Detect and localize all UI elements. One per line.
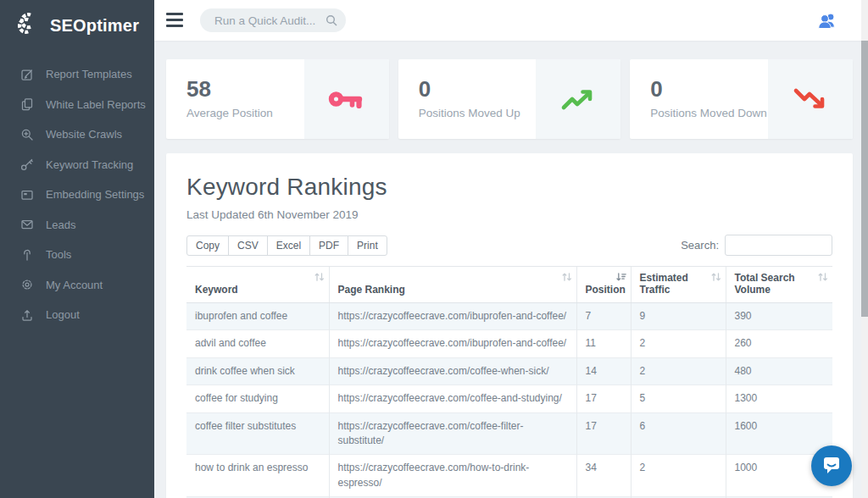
quick-audit-input[interactable] xyxy=(200,8,346,32)
embed-icon xyxy=(20,188,34,202)
sidebar-item-label: Report Templates xyxy=(46,68,132,80)
keyword-rankings-table: Keyword Page Ranking Position Estim xyxy=(186,266,832,498)
copy-button[interactable]: Copy xyxy=(186,235,229,256)
sidebar-item-tools[interactable]: Tools xyxy=(0,240,154,270)
sort-asc-icon xyxy=(615,272,626,285)
estimated-traffic-cell: 5 xyxy=(631,385,726,412)
chat-bubble-icon xyxy=(821,453,843,479)
estimated-traffic-cell: 9 xyxy=(631,303,726,330)
page-scrollbar[interactable] xyxy=(861,0,868,498)
total-search-volume-cell: 390 xyxy=(726,303,832,330)
users-icon[interactable] xyxy=(817,10,837,30)
sidebar-item-my-account[interactable]: My Account xyxy=(0,270,154,301)
column-header-position[interactable]: Position xyxy=(576,267,631,303)
total-search-volume-cell: 1300 xyxy=(726,385,832,412)
total-search-volume-cell: 1600 xyxy=(726,412,832,455)
sidebar-item-label: Keyword Tracking xyxy=(46,158,133,171)
stat-card-positions-moved-up: 0 Positions Moved Up xyxy=(398,59,621,139)
brand-name: SEOptimer xyxy=(50,16,139,36)
csv-button[interactable]: CSV xyxy=(228,235,268,256)
estimated-traffic-cell: 2 xyxy=(631,455,726,497)
pencil-square-icon xyxy=(20,68,34,81)
chat-widget-button[interactable] xyxy=(811,445,852,486)
sidebar-item-label: Leads xyxy=(46,219,75,231)
page-ranking-cell: https://crazycoffeecrave.com/ibuprofen-a… xyxy=(329,330,576,357)
position-cell: 17 xyxy=(576,412,631,455)
stat-cards: 58 Average Position 0 Positions Mov xyxy=(166,59,853,139)
position-cell: 14 xyxy=(576,357,631,385)
page-ranking-cell: https://crazycoffeecrave.com/coffee-and-… xyxy=(329,385,576,412)
keyword-rankings-panel: Keyword Rankings Last Updated 6th Novemb… xyxy=(166,153,853,498)
sort-icon xyxy=(710,272,721,285)
logout-icon xyxy=(20,308,34,322)
sidebar-item-keyword-tracking[interactable]: Keyword Tracking xyxy=(0,150,154,180)
column-header-keyword[interactable]: Keyword xyxy=(186,267,329,303)
page-ranking-cell: https://crazycoffeecrave.com/how-to-drin… xyxy=(329,455,576,497)
sidebar-item-white-label-reports[interactable]: White Label Reports xyxy=(0,90,154,120)
position-cell: 7 xyxy=(576,303,631,330)
key-icon xyxy=(20,158,34,171)
sidebar-item-leads[interactable]: Leads xyxy=(0,210,154,241)
page-title: Keyword Rankings xyxy=(186,174,832,201)
column-header-total-search-volume[interactable]: Total Search Volume xyxy=(726,267,832,303)
estimated-traffic-cell: 6 xyxy=(631,412,726,455)
total-search-volume-cell: 480 xyxy=(726,357,832,385)
stat-value: 0 xyxy=(419,76,431,102)
position-cell: 34 xyxy=(576,455,631,497)
sidebar-item-embedding-settings[interactable]: Embedding Settings xyxy=(0,180,154,210)
sidebar-item-label: Embedding Settings xyxy=(46,188,144,201)
keyword-cell: ibuprofen and coffee xyxy=(186,303,329,330)
search-label: Search: xyxy=(681,239,719,252)
envelope-icon xyxy=(20,218,34,231)
stat-label: Average Position xyxy=(186,107,273,119)
column-header-page-ranking[interactable]: Page Ranking xyxy=(329,267,576,303)
keyword-cell: advil and coffee xyxy=(186,330,329,357)
main-content: 58 Average Position 0 Positions Mov xyxy=(154,41,868,498)
hamburger-menu-icon[interactable] xyxy=(166,13,183,27)
sidebar: SEOptimer Report Templates White Label R… xyxy=(0,0,154,498)
sidebar-item-label: My Account xyxy=(46,279,103,291)
export-button-group: Copy CSV Excel PDF Print xyxy=(186,235,387,256)
page-ranking-cell: https://crazycoffeecrave.com/coffee-when… xyxy=(329,357,576,385)
position-cell: 17 xyxy=(576,385,631,412)
sidebar-item-logout[interactable]: Logout xyxy=(0,300,154,330)
scrollbar-thumb[interactable] xyxy=(861,41,868,317)
table-header-row: Keyword Page Ranking Position Estim xyxy=(186,267,832,303)
stat-label: Positions Moved Up xyxy=(419,107,520,119)
key-icon xyxy=(304,59,389,139)
hammer-icon xyxy=(20,248,34,262)
brand-logo[interactable]: SEOptimer xyxy=(0,0,154,41)
table-row: how to drink an espresso https://crazyco… xyxy=(186,455,832,497)
print-button[interactable]: Print xyxy=(348,235,387,256)
table-search-input[interactable] xyxy=(725,235,832,256)
sidebar-item-website-crawls[interactable]: Website Crawls xyxy=(0,119,154,150)
table-row: coffee filter substitutes https://crazyc… xyxy=(186,412,832,455)
sidebar-item-label: White Label Reports xyxy=(46,98,146,111)
page-ranking-cell: https://crazycoffeecrave.com/ibuprofen-a… xyxy=(329,303,576,330)
sidebar-item-label: Logout xyxy=(46,308,80,321)
keyword-cell: drink coffee when sick xyxy=(186,357,329,385)
table-search: Search: xyxy=(681,235,832,256)
keyword-cell: coffee filter substitutes xyxy=(186,412,329,455)
estimated-traffic-cell: 2 xyxy=(631,330,726,357)
position-cell: 11 xyxy=(576,330,631,357)
pages-icon xyxy=(20,97,34,111)
pdf-button[interactable]: PDF xyxy=(309,235,348,256)
sort-icon xyxy=(561,272,572,285)
sidebar-item-label: Tools xyxy=(46,248,71,261)
page-ranking-cell: https://crazycoffeecrave.com/coffee-filt… xyxy=(329,412,576,455)
sort-icon xyxy=(314,272,325,285)
stat-value: 58 xyxy=(186,76,211,102)
topbar xyxy=(154,0,868,41)
sidebar-item-label: Website Crawls xyxy=(46,128,122,141)
stat-card-positions-moved-down: 0 Positions Moved Down xyxy=(630,59,853,139)
estimated-traffic-cell: 2 xyxy=(631,357,726,385)
sidebar-item-report-templates[interactable]: Report Templates xyxy=(0,59,154,90)
total-search-volume-cell: 260 xyxy=(726,330,832,357)
table-toolbar: Copy CSV Excel PDF Print Search: xyxy=(186,235,832,256)
keyword-cell: how to drink an espresso xyxy=(186,455,329,497)
excel-button[interactable]: Excel xyxy=(267,235,310,256)
column-header-estimated-traffic[interactable]: Estimated Traffic xyxy=(631,267,726,303)
stat-label: Positions Moved Down xyxy=(650,107,766,119)
search-plus-icon xyxy=(20,128,34,141)
